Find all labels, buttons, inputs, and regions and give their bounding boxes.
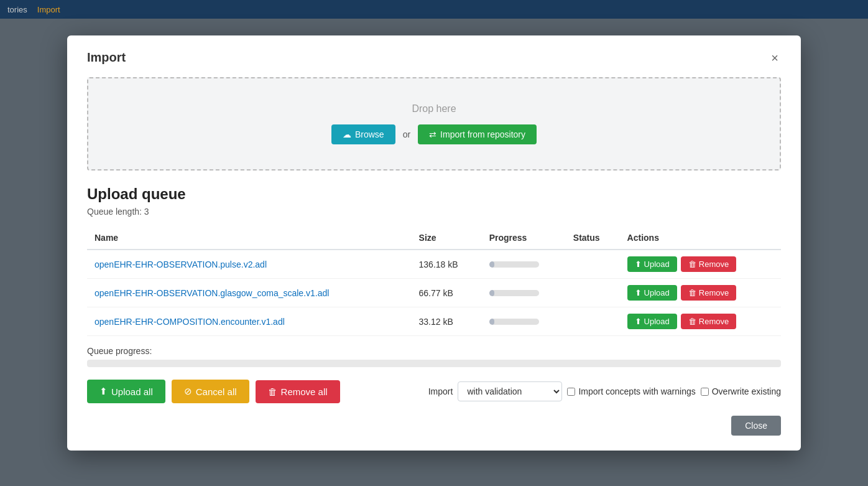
upload-icon: ⬆ [635,317,642,326]
bottom-right-actions: Import with validationwithout validation… [428,381,781,401]
cancel-all-button[interactable]: ⊘ Cancel all [172,380,249,403]
exchange-icon: ⇄ [429,129,436,139]
modal-title: Import [87,50,126,65]
import-label: Import [428,386,453,396]
file-size-cell: 66.77 kB [412,279,482,307]
or-text: or [403,129,410,139]
queue-progress-bar-container [87,360,781,367]
remove-button[interactable]: 🗑 Remove [681,314,736,329]
import-concepts-checkbox[interactable] [567,388,575,396]
progress-bar-fill [489,319,494,325]
cancel-all-label: Cancel all [196,386,237,397]
drop-zone-text: Drop here [101,103,767,114]
file-name-cell: openEHR-EHR-OBSERVATION.pulse.v2.adl [87,250,412,279]
upload-all-button[interactable]: ⬆ Upload all [87,380,165,403]
table-header-row: Name Size Progress Status Actions [87,227,781,250]
trash-icon: 🗑 [688,259,696,269]
import-options-select[interactable]: with validationwithout validation [458,381,562,401]
status-cell [566,307,620,336]
file-name-cell: openEHR-EHR-COMPOSITION.encounter.v1.adl [87,307,412,336]
browse-icon: ☁ [343,129,351,139]
upload-label: Upload [644,317,670,326]
remove-label: Remove [699,288,729,297]
upload-icon: ⬆ [635,288,642,297]
remove-label: Remove [699,259,729,269]
file-name: openEHR-EHR-OBSERVATION.pulse.v2.adl [95,259,267,269]
upload-button[interactable]: ⬆ Upload [627,314,677,329]
actions-cell: ⬆ Upload 🗑 Remove [620,279,781,307]
file-size-cell: 33.12 kB [412,307,482,336]
overwrite-checkbox[interactable] [701,388,709,396]
drop-zone-actions: ☁ Browse or ⇄ Import from repository [101,124,767,144]
row-actions: ⬆ Upload 🗑 Remove [627,285,773,301]
progress-bar-container [489,319,539,325]
trash-icon: 🗑 [688,317,696,326]
col-actions: Actions [620,227,781,250]
progress-bar-fill [489,261,494,268]
upload-queue-section: Upload queue Queue length: 3 Name Size P… [87,185,781,336]
progress-cell [482,250,566,279]
row-actions: ⬆ Upload 🗑 Remove [627,314,773,329]
cancel-all-icon: ⊘ [184,386,192,397]
upload-all-label: Upload all [111,386,153,397]
progress-cell [482,279,566,307]
modal-backdrop: Import × Drop here ☁ Browse or ⇄ Import … [0,0,868,486]
row-actions: ⬆ Upload 🗑 Remove [627,256,773,272]
drop-zone[interactable]: Drop here ☁ Browse or ⇄ Import from repo… [87,77,781,171]
upload-icon: ⬆ [635,259,642,269]
remove-button[interactable]: 🗑 Remove [681,285,736,301]
remove-label: Remove [699,317,729,326]
queue-length: Queue length: 3 [87,207,781,217]
import-repo-button[interactable]: ⇄ Import from repository [418,124,537,144]
file-name: openEHR-EHR-COMPOSITION.encounter.v1.adl [95,317,285,327]
modal-header: Import × [87,50,781,65]
status-cell [566,279,620,307]
upload-queue-table: Name Size Progress Status Actions openEH… [87,227,781,336]
table-row: openEHR-EHR-OBSERVATION.glasgow_coma_sca… [87,279,781,307]
table-row: openEHR-EHR-OBSERVATION.pulse.v2.adl 136… [87,250,781,279]
file-size: 33.12 kB [419,317,453,327]
actions-cell: ⬆ Upload 🗑 Remove [620,250,781,279]
upload-label: Upload [644,259,670,269]
file-name-cell: openEHR-EHR-OBSERVATION.glasgow_coma_sca… [87,279,412,307]
import-modal: Import × Drop here ☁ Browse or ⇄ Import … [67,35,801,451]
actions-cell: ⬆ Upload 🗑 Remove [620,307,781,336]
file-size: 66.77 kB [419,288,453,298]
modal-close-button[interactable]: × [769,52,781,64]
upload-all-icon: ⬆ [99,386,108,397]
modal-footer: Close [87,416,781,436]
trash-icon: 🗑 [688,288,696,297]
remove-all-icon: 🗑 [268,386,277,397]
progress-cell [482,307,566,336]
status-cell [566,250,620,279]
upload-button[interactable]: ⬆ Upload [627,285,677,301]
progress-bar-container [489,261,539,268]
queue-progress-section: Queue progress: [87,346,781,367]
close-modal-button[interactable]: Close [731,416,781,436]
file-name: openEHR-EHR-OBSERVATION.glasgow_coma_sca… [95,288,329,298]
file-size-cell: 136.18 kB [412,250,482,279]
remove-button[interactable]: 🗑 Remove [681,256,736,272]
col-size: Size [412,227,482,250]
overwrite-text: Overwrite existing [712,386,781,396]
table-row: openEHR-EHR-COMPOSITION.encounter.v1.adl… [87,307,781,336]
remove-all-label: Remove all [281,386,328,397]
import-repo-label: Import from repository [440,129,525,139]
progress-bar-container [489,290,539,296]
import-concepts-text: Import concepts with warnings [578,386,695,396]
bottom-left-actions: ⬆ Upload all ⊘ Cancel all 🗑 Remove all [87,380,340,403]
progress-bar-fill [489,290,494,296]
queue-progress-label: Queue progress: [87,346,781,356]
browse-label: Browse [355,129,384,139]
remove-all-button[interactable]: 🗑 Remove all [256,380,340,403]
upload-button[interactable]: ⬆ Upload [627,256,677,272]
browse-button[interactable]: ☁ Browse [331,124,395,144]
import-concepts-label[interactable]: Import concepts with warnings [567,386,695,396]
col-status: Status [566,227,620,250]
bottom-actions: ⬆ Upload all ⊘ Cancel all 🗑 Remove all I… [87,380,781,403]
section-title: Upload queue [87,185,781,203]
file-size: 136.18 kB [419,259,458,269]
overwrite-label[interactable]: Overwrite existing [701,386,781,396]
col-progress: Progress [482,227,566,250]
upload-label: Upload [644,288,670,297]
